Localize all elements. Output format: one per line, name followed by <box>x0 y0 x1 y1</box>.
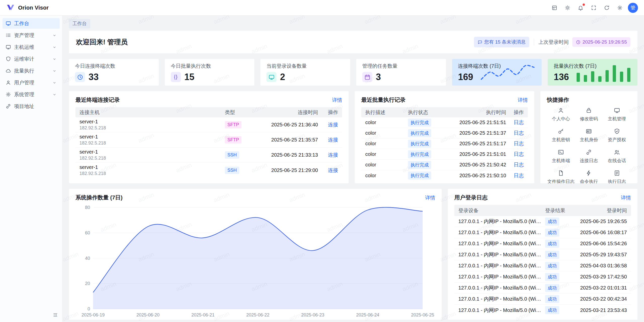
login-device: 127.0.0.1 - 内网IP - Mozilla/5.0 (Windows … <box>458 284 545 291</box>
log-link[interactable]: 日志 <box>514 141 524 146</box>
header-action-button[interactable] <box>576 3 586 13</box>
execution-status-badge: 执行完成 <box>408 119 431 127</box>
quick-action[interactable]: 连接日志 <box>575 149 603 164</box>
execution-desc: color <box>365 120 408 125</box>
breadcrumb-item-workbench[interactable]: 工作台 <box>69 19 90 28</box>
login-result-badge: 成功 <box>545 273 559 281</box>
connect-link[interactable]: 连接 <box>328 122 338 127</box>
log-link[interactable]: 日志 <box>514 173 524 178</box>
login-time: 2025-03-29 17:42:50 <box>570 274 627 280</box>
executions-detail-link[interactable]: 详情 <box>518 97 528 103</box>
sidebar-item[interactable]: 系统管理 <box>3 89 60 100</box>
login-log-row: 127.0.0.1 - 内网IP - Mozilla/5.0 (Windows … <box>454 238 631 249</box>
sidebar-item[interactable]: 批量执行 <box>3 65 60 76</box>
header-action-button[interactable] <box>562 3 573 13</box>
quick-action-label: 文件操作日志 <box>547 178 575 183</box>
header-action-button[interactable] <box>549 3 559 13</box>
execution-status-badge: 执行完成 <box>408 140 431 148</box>
log-link[interactable]: 日志 <box>514 162 524 167</box>
quick-action[interactable]: 执行日志 <box>603 170 631 183</box>
login-result-badge: 成功 <box>545 229 559 237</box>
operations-chart: 0204060802025-06-192025-06-202025-06-212… <box>75 205 435 319</box>
welcome-meta: 您有 15 条未读消息 上次登录时间 2025-06-25 19:26:55 <box>474 37 630 47</box>
connection-row: server-1 182.92.5.218 SSH 2025-06-25 21:… <box>75 163 342 178</box>
execution-time: 2025-06-25 21:50:42 <box>446 162 506 168</box>
sidebar-item[interactable]: 运维审计 <box>3 54 60 64</box>
quick-action[interactable]: 在线会话 <box>603 149 631 164</box>
login-result-badge: 成功 <box>545 262 559 270</box>
log-link[interactable]: 日志 <box>514 151 524 157</box>
login-time: 2025-03-22 01:01:31 <box>570 285 627 291</box>
log-link[interactable]: 日志 <box>514 120 524 125</box>
protocol-badge: SSH <box>225 167 239 174</box>
sidebar-item[interactable]: 资产管理 <box>3 30 60 41</box>
terminal-icon <box>558 149 564 155</box>
quick-action[interactable]: 个人中心 <box>547 107 575 122</box>
quick-action[interactable]: 资产授权 <box>603 128 631 143</box>
quick-action[interactable]: 命令执行 <box>575 170 603 183</box>
login-logs-detail-link[interactable]: 详情 <box>621 194 631 201</box>
quick-actions-grid: 个人中心 修改密码 主机管理 主机密钥 <box>547 107 631 183</box>
operations-detail-link[interactable]: 详情 <box>425 194 435 201</box>
execution-time: 2025-06-25 21:50:10 <box>446 173 506 178</box>
link-icon <box>6 103 11 109</box>
execution-row: color 执行完成 2025-06-25 21:51:51 日志 <box>361 117 528 128</box>
execution-row: color 执行完成 2025-06-25 21:50:42 日志 <box>361 160 528 170</box>
collapse-icon <box>53 312 58 317</box>
connect-link[interactable]: 连接 <box>328 152 338 158</box>
sidebar-item-label: 系统管理 <box>14 91 34 98</box>
quick-action[interactable]: 主机密钥 <box>547 128 575 143</box>
login-time: 2025-04-03 01:36:58 <box>570 263 627 269</box>
header-action-button[interactable] <box>615 3 625 13</box>
login-log-row: 127.0.0.1 - 内网IP - Mozilla/5.0 (Windows … <box>454 249 631 260</box>
header-action-button[interactable] <box>602 3 612 13</box>
execution-status-badge: 执行完成 <box>408 171 431 180</box>
execution-desc: color <box>365 141 408 147</box>
lock-icon <box>586 107 592 114</box>
cloud-icon <box>6 68 11 74</box>
sidebar-item[interactable]: 主机运维 <box>3 42 60 52</box>
login-result-badge: 成功 <box>545 284 559 292</box>
quick-action[interactable]: 主机管理 <box>603 107 631 122</box>
key-icon <box>558 128 564 134</box>
connections-detail-link[interactable]: 详情 <box>332 97 342 103</box>
quick-action[interactable]: 文件操作日志 <box>547 170 575 183</box>
execution-status-badge: 执行完成 <box>408 129 431 137</box>
connect-time: 2025-06-25 21:36:40 <box>255 122 318 128</box>
svg-text:2025-06-20: 2025-06-20 <box>136 312 159 317</box>
connect-link[interactable]: 连接 <box>328 137 338 142</box>
stat-card-connections-7d: 连接终端次数 (7日) 169 <box>452 59 542 86</box>
col-time: 连接时间 <box>255 109 318 116</box>
quick-action[interactable]: 主机身份 <box>575 128 603 143</box>
executions-table: 执行描述 执行状态 执行时间 操作 color 执行完成 2025-06-25 … <box>361 107 528 181</box>
sidebar-collapse-button[interactable] <box>52 311 59 319</box>
stat-card: 今日连接终端次数 33 <box>69 59 159 86</box>
recent-executions-panel: 最近批量执行记录 详情 执行描述 执行状态 执行时间 操作 color 执行完成 <box>355 91 534 183</box>
recent-connections-panel: 最近终端连接记录 详情 连接主机 类型 连接时间 操作 server-1 <box>69 91 349 183</box>
connect-time: 2025-06-25 21:29:00 <box>255 167 318 173</box>
link-icon <box>586 149 592 155</box>
quick-action[interactable]: 修改密码 <box>575 107 603 122</box>
sidebar-item-label: 批量执行 <box>14 67 34 74</box>
execution-desc: color <box>365 173 408 178</box>
sidebar-item[interactable]: 项目地址 <box>3 101 60 112</box>
sidebar-item[interactable]: 用户管理 <box>3 77 60 88</box>
sidebar-item-label: 用户管理 <box>14 79 34 86</box>
log-link[interactable]: 日志 <box>514 130 524 136</box>
connect-link[interactable]: 连接 <box>328 167 338 173</box>
execution-desc: color <box>365 130 408 136</box>
stat-card-executions-7d: 批量执行次数 (7日) 136 <box>548 59 637 86</box>
brand-title: Orion Visor <box>18 5 49 11</box>
header-action-button[interactable] <box>589 3 599 13</box>
login-logs-panel: 用户登录日志 详情 登录设备 登录结果 登录时间 127.0.0.1 - 内网I… <box>448 189 637 320</box>
calendar-icon <box>364 74 371 80</box>
chevron-down-icon <box>52 69 57 73</box>
user-avatar[interactable]: 管 <box>628 3 638 13</box>
sidebar-item[interactable]: 工作台 <box>3 18 60 29</box>
quick-action[interactable]: 主机终端 <box>547 149 575 164</box>
unread-messages-badge[interactable]: 您有 15 条未读消息 <box>474 37 529 47</box>
refresh-icon <box>604 5 610 11</box>
quick-action-label: 主机密钥 <box>552 137 570 143</box>
chevron-down-icon <box>52 33 57 38</box>
connection-row: server-1 182.92.5.218 SSH 2025-06-25 21:… <box>75 148 342 163</box>
